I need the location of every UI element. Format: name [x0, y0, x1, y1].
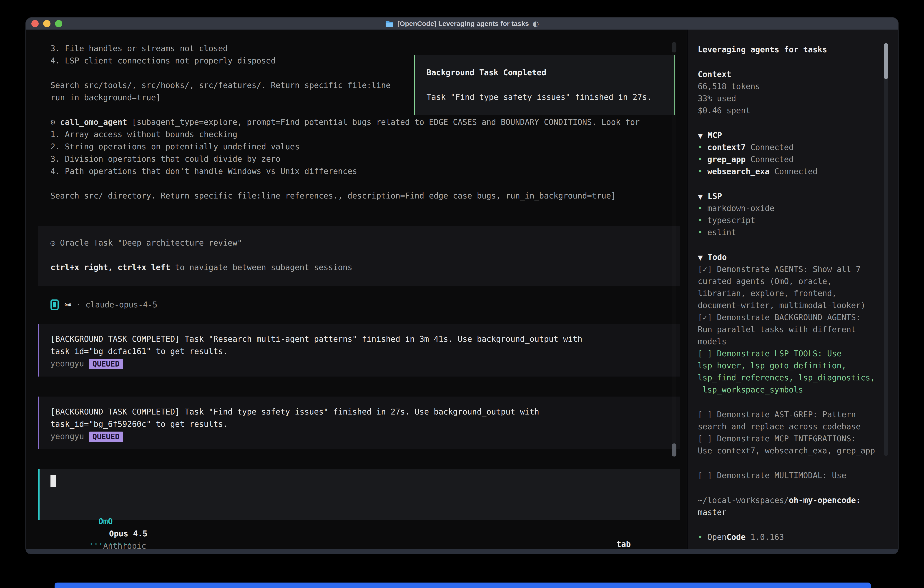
scrollback-line: 3. File handles or streams not closed	[51, 42, 673, 55]
todo-line: [✓] Demonstrate BACKGROUND AGENTS:	[698, 312, 883, 324]
oracle-task-label: ◎Oracle Task "Deep architecture review"	[51, 237, 680, 249]
shortcut-hint: to navigate between subagent sessions	[175, 263, 352, 272]
message-line: [BACKGROUND TASK COMPLETED] Task "Resear…	[51, 333, 680, 345]
sidebar-scrollbar-handle[interactable]	[884, 43, 888, 79]
section-gap	[698, 178, 883, 190]
todo-line: search and replace across codebase	[698, 421, 883, 433]
prompt-input[interactable]: OmO Opus 4.5 Anthropic	[38, 469, 680, 520]
version-number: 1.0.163	[751, 532, 784, 542]
status-dot-icon: •	[698, 216, 703, 225]
message-meta: yeongyuQUEUED	[51, 357, 680, 370]
todo-line: [ ] Demonstrate MCP INTEGRATIONS:	[698, 433, 883, 445]
section-gap	[698, 482, 883, 494]
section-gap	[698, 56, 883, 68]
background-task-message: [BACKGROUND TASK COMPLETED] Task "Find t…	[38, 396, 680, 449]
context-spent: $0.46 spent	[698, 105, 883, 117]
mcp-item: •grep_appConnected	[698, 154, 883, 165]
progress-moon-icon: ◐	[533, 19, 539, 28]
tool-result-line: Search src/ directory. Return specific f…	[51, 190, 673, 202]
lsp-item: •markdown-oxide	[698, 202, 883, 215]
status-left: ········· esc interrupt	[41, 526, 137, 538]
blank-line	[51, 249, 680, 261]
status-dot-icon: •	[698, 204, 703, 213]
todo-line: [ ] Demonstrate AST-GREP: Pattern	[698, 409, 883, 421]
workspace-path: ~/local-workspaces/oh-my-opencode:	[698, 494, 883, 506]
agent-name: OmO	[64, 303, 71, 307]
todo-section-header[interactable]: ▼Todo	[698, 251, 883, 263]
section-gap	[698, 519, 883, 531]
status-dot-icon: •	[698, 143, 703, 152]
status-dot-icon: •	[698, 532, 703, 542]
tab-keycap: tab	[616, 540, 631, 549]
blank-line	[51, 177, 673, 190]
message-line: task_id="bg_dcfac161" to get results.	[51, 345, 680, 357]
session-title: Leveraging agents for tasks	[698, 44, 883, 56]
todo-line: document-writer, multimodal-looker)	[698, 299, 883, 312]
session-sidebar: Leveraging agents for tasks Context 66,5…	[687, 30, 898, 549]
close-button[interactable]	[31, 20, 39, 27]
mcp-status: Connected	[751, 143, 794, 152]
omo-agent-icon-fill	[53, 302, 56, 307]
opencode-terminal-window: [OpenCode] Leveraging agents for tasks ◐…	[25, 17, 899, 554]
background-task-message: [BACKGROUND TASK COMPLETED] Task "Resear…	[38, 324, 680, 377]
oracle-hint-line: ctrl+x right, ctrl+x leftto navigate bet…	[51, 261, 680, 274]
version-line: •OpenCode1.0.163	[698, 531, 883, 543]
status-right: tab switch agent ctrl+p commands	[568, 526, 679, 538]
oracle-icon: ◎	[51, 238, 55, 248]
git-branch: master	[698, 506, 883, 519]
todo-line-active: lsp_find_references, lsp_diagnostics,	[698, 372, 883, 384]
chevron-down-icon: ▼	[698, 193, 703, 201]
window-title: [OpenCode] Leveraging agents for tasks	[398, 20, 529, 28]
chevron-down-icon: ▼	[698, 132, 703, 140]
notification-title: Background Task Completed	[427, 66, 674, 79]
mcp-item: •context7Connected	[698, 141, 883, 154]
section-gap	[698, 457, 883, 469]
queued-status-badge: QUEUED	[89, 431, 123, 442]
separator-dot: ·	[76, 300, 81, 309]
lsp-item: •eslint	[698, 226, 883, 238]
titlebar: [OpenCode] Leveraging agents for tasks ◐	[26, 18, 898, 30]
status-dot-icon: •	[698, 155, 703, 164]
todo-line: curated agents (OmO, oracle,	[698, 275, 883, 287]
message-line: task_id="bg_6f59260c" to get results.	[51, 418, 680, 430]
chat-scrollbar-handle[interactable]	[672, 443, 676, 457]
agent-header: OmO · claude-opus-4-5	[51, 299, 157, 311]
repo-name: oh-my-opencode:	[789, 496, 861, 505]
notification-body: Task "Find type safety issues" finished …	[427, 91, 674, 103]
tool-result-line: 1. Array access without bounds checking	[51, 128, 673, 140]
status-bar: ········· esc interrupt tab switch agent…	[26, 526, 686, 538]
author-label: yeongyu	[51, 359, 84, 368]
todo-line-active: lsp_hover, lsp_goto_definition,	[698, 360, 883, 372]
mcp-section-header[interactable]: ▼MCP	[698, 129, 883, 141]
screen: [OpenCode] Leveraging agents for tasks ◐…	[0, 0, 924, 588]
chat-scrollbar-handle-top[interactable]	[672, 42, 676, 53]
context-heading: Context	[698, 68, 883, 81]
mcp-item: •websearch_exaConnected	[698, 165, 883, 178]
folder-icon	[385, 20, 394, 27]
message-meta: yeongyuQUEUED	[51, 430, 680, 443]
mcp-status: Connected	[774, 167, 818, 176]
tool-call-args: [subagent_type=explore, prompt=Find pote…	[132, 117, 640, 127]
section-gap	[698, 117, 883, 129]
shortcut-keys: ctrl+x right, ctrl+x left	[51, 263, 170, 272]
queued-status-badge: QUEUED	[89, 359, 123, 369]
spinner-dots-icon: ·········	[89, 540, 132, 549]
context-used: 33% used	[698, 92, 883, 105]
zoom-button[interactable]	[55, 20, 62, 27]
lsp-section-header[interactable]: ▼LSP	[698, 190, 883, 202]
chevron-down-icon: ▼	[698, 254, 703, 261]
minimize-button[interactable]	[43, 20, 51, 27]
todo-line: [ ] Demonstrate MULTIMODAL: Use	[698, 469, 883, 482]
sidebar-scrollbar[interactable]	[884, 43, 888, 456]
status-dot-icon: •	[698, 167, 703, 176]
section-gap	[698, 396, 883, 409]
todo-line: Use context7, websearch_exa, grep_app	[698, 445, 883, 457]
gear-icon: ⚙	[51, 117, 55, 127]
agent-model: claude-opus-4-5	[86, 299, 157, 311]
message-line: [BACKGROUND TASK COMPLETED] Task "Find t…	[51, 406, 680, 418]
oracle-task-card[interactable]: ◎Oracle Task "Deep architecture review" …	[38, 226, 680, 286]
window-footer-strip	[26, 549, 898, 554]
mcp-status: Connected	[751, 155, 794, 164]
background-task-notification: Background Task Completed Task "Find typ…	[414, 55, 675, 115]
tool-result-line: 2. String operations on potentially unde…	[51, 140, 673, 153]
